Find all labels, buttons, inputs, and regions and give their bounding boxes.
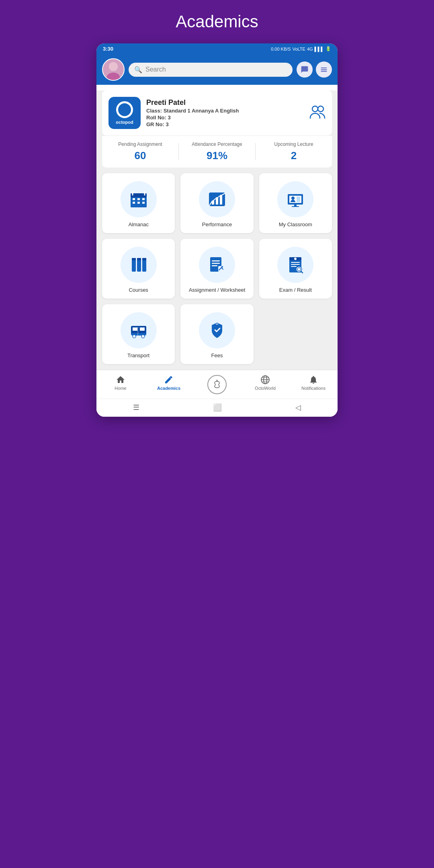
search-bar[interactable]: 🔍 Search: [129, 63, 293, 77]
assignment-icon-circle: [199, 247, 235, 283]
status-time: 3:30: [103, 46, 113, 52]
status-bar: 3:30 0.00 KB/S VoLTE 4G ▌▌▌ 🔋: [96, 43, 338, 54]
system-back-btn[interactable]: ◁: [295, 403, 301, 412]
signal-bars: ▌▌▌: [315, 47, 324, 51]
svg-rect-58: [137, 327, 138, 336]
transport-icon-circle: [121, 312, 157, 348]
fees-icon-circle: [199, 312, 235, 348]
almanac-label: Almanac: [128, 221, 149, 227]
people-icon[interactable]: [309, 104, 326, 122]
system-menu-btn[interactable]: ☰: [133, 403, 139, 412]
nav-home[interactable]: Home: [106, 375, 135, 395]
svg-point-28: [291, 197, 295, 200]
transport-label: Transport: [127, 352, 149, 358]
octopod-logo: octopod: [108, 97, 141, 129]
avatar[interactable]: [102, 58, 125, 81]
carrier: VoLTE: [293, 47, 305, 51]
nav-octoworld[interactable]: OctoWorld: [251, 375, 279, 395]
system-home-btn[interactable]: ⬜: [213, 403, 222, 412]
chat-button[interactable]: [297, 61, 313, 78]
svg-rect-57: [131, 332, 146, 333]
svg-rect-5: [321, 71, 327, 72]
exam-result-icon-circle: [277, 247, 313, 283]
stat-attendance: Attendance Percentage 91%: [179, 141, 255, 162]
courses-label: Courses: [129, 287, 148, 293]
svg-rect-18: [142, 202, 145, 204]
svg-rect-34: [142, 258, 146, 260]
grid-item-courses[interactable]: Courses: [102, 239, 175, 299]
svg-rect-44: [291, 262, 300, 263]
svg-rect-59: [216, 323, 218, 325]
nav-octoworld-label: OctoWorld: [255, 386, 276, 391]
app-header: 🔍 Search: [96, 54, 338, 85]
svg-point-7: [318, 106, 323, 112]
my-classroom-label: My Classroom: [279, 221, 312, 227]
svg-rect-54: [133, 327, 145, 328]
svg-rect-37: [212, 263, 220, 264]
bottom-nav: Home Academics: [96, 370, 338, 399]
svg-point-40: [221, 266, 223, 268]
header-icons: [297, 61, 332, 78]
battery-icon: 🔋: [326, 46, 331, 51]
signal-type: 4G: [307, 47, 313, 51]
svg-rect-33: [137, 258, 141, 260]
svg-rect-26: [292, 206, 299, 207]
nav-notifications-label: Notifications: [301, 386, 326, 391]
stat-pending-value: 60: [102, 149, 178, 162]
search-icon: 🔍: [134, 66, 142, 74]
stat-pending-label: Pending Assignment: [102, 141, 178, 147]
svg-point-43: [294, 258, 297, 260]
nav-notifications[interactable]: Notifications: [299, 375, 328, 395]
system-bar: ☰ ⬜ ◁: [96, 399, 338, 417]
svg-rect-52: [133, 327, 137, 331]
grid-item-my-classroom[interactable]: My Classroom: [259, 173, 332, 233]
grid-item-almanac[interactable]: Almanac: [102, 173, 175, 233]
almanac-icon-circle: [121, 181, 157, 217]
nav-academics-label: Academics: [157, 386, 180, 391]
student-roll: Roll No: 3: [146, 115, 304, 121]
stat-attendance-label: Attendance Percentage: [179, 141, 255, 147]
profile-card: octopod Preeti Patel Class: Standard 1 A…: [102, 90, 332, 135]
stat-pending-assignment: Pending Assignment 60: [102, 141, 178, 162]
menu-button[interactable]: [316, 61, 332, 78]
fees-label: Fees: [211, 352, 223, 358]
performance-label: Performance: [202, 221, 232, 227]
svg-rect-36: [212, 260, 220, 262]
svg-point-56: [141, 335, 145, 338]
grid-item-performance[interactable]: Performance: [180, 173, 253, 233]
exam-result-label: Exam / Result: [279, 287, 312, 293]
student-class: Class: Standard 1 Annanya A English: [146, 108, 304, 114]
page-title: Academics: [176, 12, 258, 31]
grid-container: Almanac Performance: [102, 173, 332, 364]
stat-upcoming: Upcoming Lecture 2: [256, 141, 332, 162]
phone-frame: 3:30 0.00 KB/S VoLTE 4G ▌▌▌ 🔋 🔍 Search: [96, 43, 338, 417]
nav-academics[interactable]: Academics: [155, 375, 183, 395]
nav-home-label: Home: [115, 386, 126, 391]
grid-item-fees[interactable]: Fees: [180, 304, 253, 364]
svg-rect-15: [142, 198, 145, 200]
svg-rect-16: [133, 202, 135, 204]
stat-upcoming-value: 2: [256, 149, 332, 162]
nav-center[interactable]: [203, 375, 231, 395]
main-content: octopod Preeti Patel Class: Standard 1 A…: [96, 90, 338, 417]
stats-row: Pending Assignment 60 Attendance Percent…: [102, 135, 332, 168]
svg-rect-4: [321, 69, 327, 70]
svg-point-6: [312, 106, 318, 112]
my-classroom-icon-circle: [277, 181, 313, 217]
svg-rect-17: [137, 202, 140, 204]
grid-item-transport[interactable]: Transport: [102, 304, 175, 364]
stat-upcoming-label: Upcoming Lecture: [256, 141, 332, 147]
network-speed: 0.00 KB/S: [271, 47, 291, 51]
svg-rect-27: [297, 197, 300, 202]
logo-text: octopod: [116, 120, 133, 125]
grid-item-assignment-worksheet[interactable]: Assignment / Worksheet: [180, 239, 253, 299]
svg-rect-32: [132, 258, 136, 260]
svg-rect-3: [321, 68, 327, 68]
performance-icon-circle: [199, 181, 235, 217]
courses-icon-circle: [121, 247, 157, 283]
svg-rect-46: [291, 266, 297, 267]
svg-rect-38: [212, 265, 217, 266]
grid-item-exam-result[interactable]: Exam / Result: [259, 239, 332, 299]
search-placeholder: Search: [145, 66, 166, 73]
status-right: 0.00 KB/S VoLTE 4G ▌▌▌ 🔋: [271, 46, 331, 51]
